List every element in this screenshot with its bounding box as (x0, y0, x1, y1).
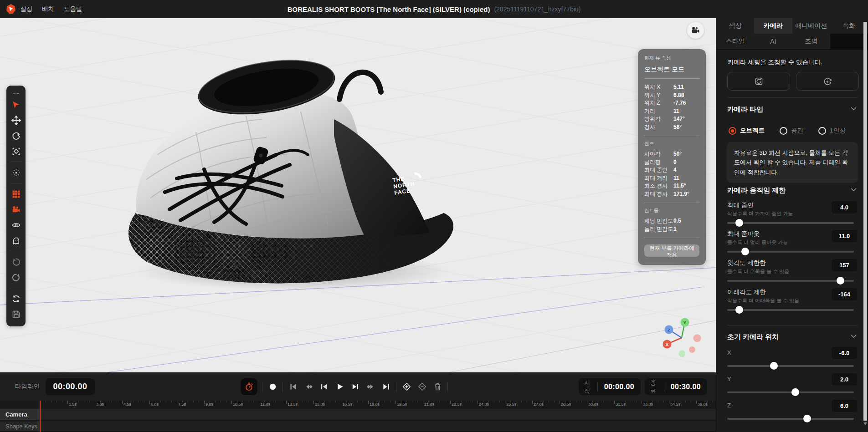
scene-canvas[interactable]: THE NORTH FACE Y Z X (0, 18, 716, 372)
max-zoom-in-slider-knob[interactable] (735, 219, 743, 227)
timeline-ruler[interactable]: 1.5s3.0s4.5s6.0s7.5s9.0s10.5s12.0s13.5s1… (0, 401, 716, 409)
capture-view-button[interactable] (727, 72, 790, 91)
move-tool[interactable] (6, 112, 26, 128)
section-camera-movement-limit[interactable]: 카메라 움직임 제한 (727, 186, 858, 195)
radio-first-person[interactable]: 1인칭 (818, 127, 846, 135)
play-button[interactable] (334, 381, 345, 393)
tab-camera[interactable]: 카메라 (754, 18, 792, 34)
radio-icon[interactable] (729, 127, 736, 135)
lower-angle-limit-slider-value[interactable]: -164 (832, 288, 857, 300)
initial-y-slider-value[interactable]: 2.0 (832, 373, 857, 386)
track-shape-keys-row[interactable]: Shape Keys (0, 422, 716, 432)
menu-settings[interactable]: 설정 (20, 5, 32, 13)
grid-icon-icon (11, 189, 21, 199)
end-time-value[interactable]: 00:30.00 (664, 383, 707, 391)
ghost-icon (11, 236, 21, 245)
step-forward-button[interactable] (349, 381, 360, 393)
initial-y-slider-knob[interactable] (791, 388, 799, 396)
ruler-tick (330, 401, 330, 402)
undo-button[interactable] (6, 254, 26, 269)
scrollbar-thumb[interactable] (863, 22, 867, 421)
skip-to-start-button[interactable] (288, 381, 298, 393)
track-camera-label[interactable]: Camera (0, 409, 39, 420)
start-time-value[interactable]: 00:00.00 (598, 383, 641, 391)
delete-keyframes-button[interactable] (432, 381, 443, 393)
toolbar-drag-handle[interactable] (6, 90, 26, 97)
remove-keyframe-button[interactable] (416, 381, 427, 393)
initial-x-slider-knob[interactable] (770, 362, 778, 370)
ruler-tick (707, 401, 708, 402)
initial-x-slider[interactable] (727, 365, 854, 367)
menu-arrange[interactable]: 배치 (42, 5, 54, 13)
start-time-box[interactable]: 시작 00:00.00 (579, 378, 641, 395)
viewport-3d[interactable]: THE NORTH FACE Y Z X (0, 18, 716, 372)
upper-angle-limit-slider-knob[interactable] (837, 277, 844, 285)
section-initial-camera-position[interactable]: 초기 카메라 위치 (727, 332, 858, 341)
lower-angle-limit-slider[interactable] (727, 309, 854, 311)
initial-z-slider-knob[interactable] (803, 415, 811, 422)
chevron-down-icon[interactable] (850, 105, 858, 114)
initial-y-slider[interactable] (727, 391, 854, 393)
product-model-boot[interactable]: THE NORTH FACE (128, 52, 453, 290)
radio-object[interactable]: 오브젝트 (729, 127, 765, 135)
skip-to-end-button[interactable] (380, 381, 391, 393)
chevron-down-icon[interactable] (850, 186, 858, 195)
select-tool[interactable] (6, 97, 26, 112)
focus-tool[interactable] (6, 165, 26, 180)
apply-view-to-camera-button[interactable]: 현재 뷰를 카메라에 적용 (644, 244, 699, 257)
rotate-tool[interactable] (6, 128, 26, 143)
max-zoom-in-slider[interactable] (727, 222, 854, 224)
panel-section-label: 컨트롤 (644, 208, 699, 214)
radio-space[interactable]: 공간 (780, 127, 803, 135)
ghost-mode-toggle[interactable] (6, 233, 26, 248)
initial-x-slider-value[interactable]: -6.0 (832, 347, 857, 359)
radio-icon[interactable] (818, 127, 826, 135)
tab-record[interactable]: 녹화 (830, 18, 868, 34)
previous-keyframe-button[interactable] (303, 381, 314, 393)
tab-ai[interactable]: AI (754, 34, 792, 49)
chevron-down-icon[interactable] (850, 332, 858, 341)
upper-angle-limit-slider[interactable] (727, 280, 854, 282)
slider-sublabel: 클수록 더 멀리 줌아웃 가능 (727, 239, 788, 246)
track-camera-row[interactable]: Camera (0, 409, 716, 421)
camera-preview-button[interactable] (687, 22, 704, 39)
app-logo-icon[interactable] (5, 4, 16, 15)
visibility-toggle[interactable] (6, 217, 26, 233)
menu-help[interactable]: 도움말 (64, 5, 82, 13)
sidebar-scrollbar[interactable] (863, 22, 867, 424)
record-button[interactable] (267, 381, 278, 393)
section-camera-type[interactable]: 카메라 타입 (727, 105, 858, 114)
timeline-playhead[interactable] (40, 401, 41, 432)
camera-view-toggle[interactable] (6, 202, 26, 217)
axis-gizmo[interactable]: Y Z X (663, 318, 701, 357)
current-time-display[interactable]: 00:00.00 (46, 378, 95, 395)
redo-button[interactable] (6, 269, 26, 285)
reset-view-button[interactable] (6, 291, 26, 306)
max-zoom-out-slider-knob[interactable] (741, 248, 749, 255)
add-keyframe-button[interactable] (401, 381, 412, 393)
scale-tool[interactable] (6, 143, 26, 159)
settings-sidebar: 색상카메라애니메이션녹화 스타일AI조명 카메라 세팅을 조정할 수 있습니다.… (716, 18, 868, 432)
auto-keyframe-toggle[interactable] (241, 378, 257, 395)
reset-camera-button[interactable] (796, 72, 859, 91)
initial-z-slider-value[interactable]: 6.0 (832, 400, 857, 412)
step-back-button[interactable] (318, 381, 329, 393)
tab-color[interactable]: 색상 (716, 18, 754, 34)
tab-animation[interactable]: 애니메이션 (792, 18, 830, 34)
scrollbar-down-arrow[interactable] (863, 422, 867, 425)
max-zoom-out-slider[interactable] (727, 251, 854, 253)
max-zoom-out-slider-value[interactable]: 11.0 (832, 230, 857, 242)
grid-toggle[interactable] (6, 186, 26, 202)
max-zoom-in-slider-value[interactable]: 4.0 (832, 201, 857, 213)
track-shape-keys-label[interactable]: Shape Keys (0, 422, 39, 431)
upper-angle-limit-slider-value[interactable]: 157 (832, 259, 857, 271)
playback-controls (241, 378, 448, 395)
tab-style[interactable]: 스타일 (716, 34, 754, 49)
save-button[interactable] (6, 306, 26, 322)
lower-angle-limit-slider-knob[interactable] (735, 306, 743, 314)
tab-lighting[interactable]: 조명 (792, 34, 830, 49)
radio-icon[interactable] (780, 127, 787, 135)
initial-z-slider[interactable] (727, 418, 854, 420)
end-time-box[interactable]: 종료 00:30.00 (645, 378, 707, 395)
next-keyframe-button[interactable] (365, 381, 376, 393)
